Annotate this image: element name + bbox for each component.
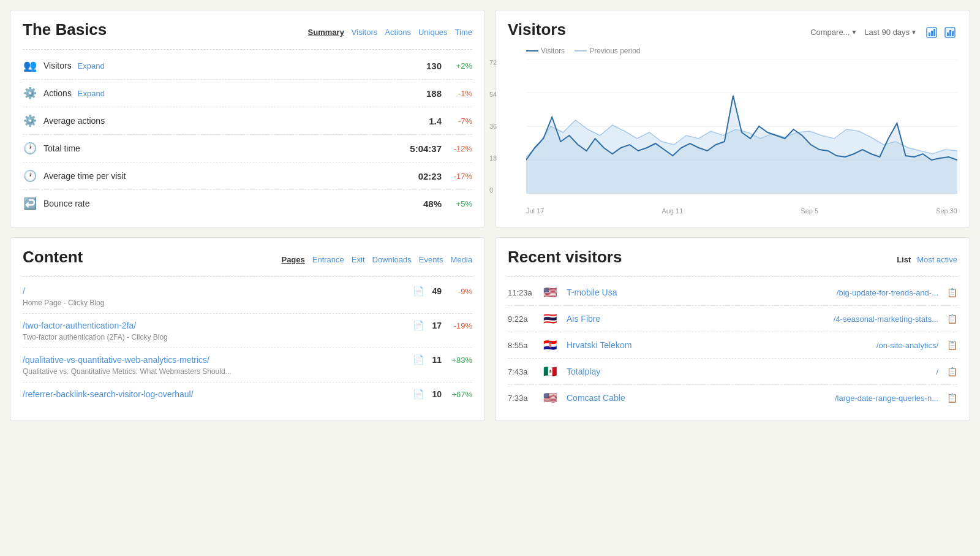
visitor-time-4: 7:33a (508, 394, 537, 403)
page-link-2fa[interactable]: /two-factor-authentication-2fa/ (23, 321, 136, 330)
visitor-time-3: 7:43a (508, 367, 537, 376)
visitor-page-2[interactable]: /on-site-analytics/ (876, 341, 938, 350)
tab-most-active[interactable]: Most active (917, 255, 957, 264)
tab-events[interactable]: Events (419, 255, 443, 264)
metric-visitors: 👥 Visitors Expand 130 +2% (23, 52, 472, 80)
avg-actions-change: -7% (449, 116, 472, 126)
content-row-home-top: / 📄 49 -9% (23, 286, 472, 297)
page-count-1: 17 (432, 321, 442, 330)
visitor-page-3[interactable]: / (936, 367, 938, 376)
legend-current-line (526, 50, 538, 51)
visitor-page-1[interactable]: /4-seasonal-marketing-stats... (834, 314, 938, 324)
basics-tabs: Summary Visitors Actions Uniques Time (308, 28, 472, 37)
visitor-name-3[interactable]: Totalplay (567, 367, 930, 376)
legend-previous: Previous period (575, 47, 640, 55)
visitor-row-2: 8:55a 🇭🇷 Hrvatski Telekom /on-site-analy… (508, 332, 957, 359)
visitor-name-4[interactable]: Comcast Cable (567, 393, 829, 403)
visitor-flag-2: 🇭🇷 (543, 338, 560, 352)
page-link-qualitative[interactable]: /qualitative-vs-quantitative-web-analyti… (23, 355, 209, 365)
svg-rect-5 (947, 32, 949, 36)
recent-visitors-panel: Recent visitors List Most active 11:23a … (495, 237, 970, 421)
total-time-change: -12% (449, 144, 472, 153)
page-icon-0: 📄 (413, 286, 424, 297)
content-metrics-home: 📄 49 -9% (413, 286, 472, 297)
visitors-expand[interactable]: Expand (78, 61, 105, 70)
tab-actions[interactable]: Actions (385, 28, 411, 37)
tab-summary[interactable]: Summary (308, 28, 344, 37)
chart-area: 72 54 36 18 0 (508, 59, 957, 215)
visitor-time-0: 11:23a (508, 288, 537, 297)
visitors-change: +2% (449, 61, 472, 70)
visitors-chart-header: Visitors Compare... ▼ Last 90 days ▼ (508, 20, 957, 44)
bounce-icon: ↩️ (23, 196, 37, 211)
tab-media[interactable]: Media (451, 255, 472, 264)
export-icon[interactable] (924, 25, 939, 40)
bar-chart-icon[interactable] (943, 25, 957, 40)
visitor-time-1: 9:22a (508, 314, 537, 324)
bounce-label: Bounce rate (43, 199, 405, 208)
visitors-chart-title: Visitors (508, 20, 566, 39)
visitor-spy-3[interactable]: 📋 (947, 367, 957, 376)
visitor-page-4[interactable]: /large-date-range-queries-n... (835, 394, 938, 403)
visitor-spy-4[interactable]: 📋 (947, 393, 957, 403)
total-time-label: Total time (43, 143, 405, 153)
visitors-value: 130 (405, 61, 442, 71)
visitor-page-0[interactable]: /big-update-for-trends-and-... (837, 288, 938, 297)
metric-actions: ⚙️ Actions Expand 188 -1% (23, 80, 472, 107)
tab-entrance[interactable]: Entrance (312, 255, 344, 264)
page-subtitle-2: Qualitative vs. Quantitative Metrics: Wh… (23, 367, 472, 376)
actions-expand[interactable]: Expand (78, 89, 105, 98)
visitor-flag-0: 🇺🇸 (543, 286, 560, 299)
page-subtitle-1: Two-factor authentication (2FA) - Clicky… (23, 333, 472, 341)
visitor-name-1[interactable]: Ais Fibre (567, 314, 827, 324)
tab-pages[interactable]: Pages (281, 255, 304, 264)
content-row-home: / 📄 49 -9% Home Page - Clicky Blog (23, 280, 472, 314)
content-row-qualitative-top: /qualitative-vs-quantitative-web-analyti… (23, 354, 472, 365)
visitor-spy-0[interactable]: 📋 (947, 288, 957, 297)
content-header: Content Pages Entrance Exit Downloads Ev… (23, 248, 472, 277)
tab-list[interactable]: List (897, 255, 911, 264)
svg-rect-3 (933, 29, 935, 36)
page-count-2: 11 (432, 355, 442, 365)
period-button[interactable]: Last 90 days ▼ (864, 28, 917, 37)
total-time-value: 5:04:37 (405, 143, 442, 154)
avg-time-label: Average time per visit (43, 171, 405, 181)
visitor-row-3: 7:43a 🇲🇽 Totalplay / 📋 (508, 359, 957, 385)
metric-bounce-rate: ↩️ Bounce rate 48% +5% (23, 190, 472, 217)
basics-panel: The Basics Summary Visitors Actions Uniq… (10, 10, 485, 227)
page-count-0: 49 (432, 286, 442, 296)
tab-time[interactable]: Time (455, 28, 472, 37)
tab-uniques[interactable]: Uniques (418, 28, 448, 37)
recent-header: Recent visitors List Most active (508, 248, 957, 277)
page-count-3: 10 (432, 389, 442, 399)
bounce-value: 48% (405, 199, 442, 209)
page-icon-1: 📄 (413, 320, 424, 331)
content-row-qualitative: /qualitative-vs-quantitative-web-analyti… (23, 348, 472, 383)
visitor-name-2[interactable]: Hrvatski Telekom (567, 340, 870, 350)
visitor-spy-2[interactable]: 📋 (947, 340, 957, 350)
page-icon-2: 📄 (413, 354, 424, 365)
tab-exit[interactable]: Exit (352, 255, 365, 264)
compare-button[interactable]: Compare... ▼ (810, 28, 857, 37)
content-panel: Content Pages Entrance Exit Downloads Ev… (10, 237, 485, 421)
total-time-icon: 🕐 (23, 141, 37, 156)
visitors-chart-panel: Visitors Compare... ▼ Last 90 days ▼ (495, 10, 970, 227)
visitor-row-4: 7:33a 🇺🇸 Comcast Cable /large-date-range… (508, 385, 957, 411)
compare-arrow-icon: ▼ (851, 29, 857, 36)
tab-downloads[interactable]: Downloads (372, 255, 412, 264)
tab-visitors[interactable]: Visitors (352, 28, 377, 37)
chart-legend: Visitors Previous period (526, 47, 957, 55)
legend-current: Visitors (526, 47, 565, 55)
period-arrow-icon: ▼ (911, 29, 917, 36)
avg-actions-value: 1.4 (405, 116, 442, 126)
content-title: Content (23, 248, 83, 267)
actions-label: Actions Expand (43, 88, 405, 98)
page-link-home[interactable]: / (23, 286, 25, 296)
actions-icon: ⚙️ (23, 86, 37, 101)
visitor-spy-1[interactable]: 📋 (947, 314, 957, 324)
page-link-referrer[interactable]: /referrer-backlink-search-visitor-log-ov… (23, 389, 194, 399)
visitor-name-0[interactable]: T-mobile Usa (567, 288, 831, 297)
visitor-flag-4: 🇺🇸 (543, 391, 560, 405)
visitors-icon: 👥 (23, 58, 37, 73)
content-metrics-referrer: 📄 10 +67% (413, 389, 472, 400)
